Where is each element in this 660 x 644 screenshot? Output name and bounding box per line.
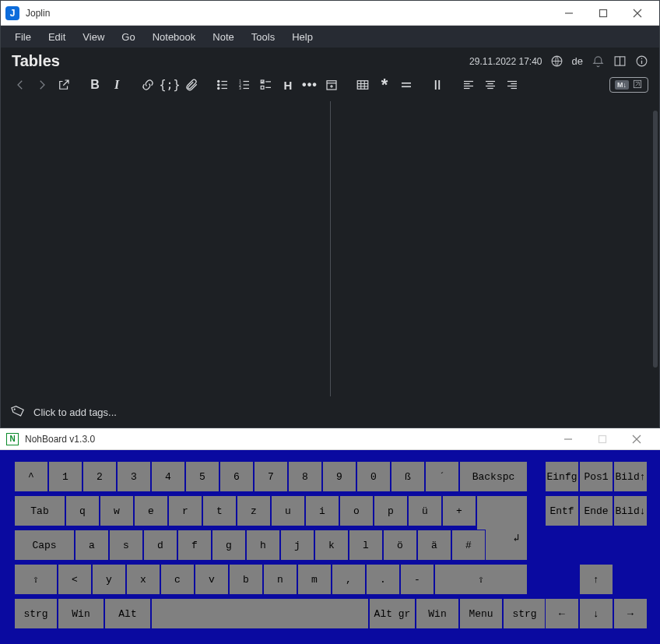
attach-button[interactable]	[183, 76, 200, 93]
language-label[interactable]: de	[572, 55, 583, 67]
nav-forward-button[interactable]	[33, 76, 51, 93]
key-0[interactable]: 0	[356, 461, 391, 492]
key-h[interactable]: h	[246, 530, 280, 561]
key-v[interactable]: v	[195, 564, 229, 595]
key-7[interactable]: 7	[254, 461, 288, 492]
key-strg[interactable]: strg	[14, 598, 58, 629]
align-left-button[interactable]	[460, 76, 477, 93]
info-icon[interactable]	[634, 55, 648, 69]
nb-minimize-button[interactable]	[551, 429, 585, 449]
bold-button[interactable]: B	[86, 76, 104, 93]
key-c[interactable]: c	[160, 564, 195, 595]
key-4[interactable]: 4	[151, 461, 185, 492]
scrollbar[interactable]	[653, 111, 658, 368]
menu-go[interactable]: Go	[114, 28, 142, 46]
key-8[interactable]: 8	[288, 461, 322, 492]
key-9[interactable]: 9	[322, 461, 356, 492]
maximize-button[interactable]	[586, 2, 620, 25]
toggle-editor-button[interactable]: M↓	[609, 77, 648, 93]
key-e[interactable]: e	[134, 495, 168, 526]
key-tab[interactable]: Tab	[14, 495, 65, 526]
key-<[interactable]: <	[58, 564, 92, 595]
column-split-button[interactable]	[429, 76, 446, 93]
pane-divider[interactable]	[330, 101, 331, 396]
key-t[interactable]: t	[202, 495, 237, 526]
preview-pane[interactable]	[332, 101, 649, 396]
key-6[interactable]: 6	[219, 461, 254, 492]
key-s[interactable]: s	[109, 530, 143, 561]
key-arrow-up[interactable]: ↑	[579, 564, 613, 595]
key-k[interactable]: k	[314, 530, 349, 561]
numbered-list-button[interactable]: 123	[236, 76, 253, 93]
align-center-button[interactable]	[482, 76, 499, 93]
key-5[interactable]: 5	[185, 461, 219, 492]
key-lshift[interactable]: ⇧	[14, 564, 58, 595]
key-1[interactable]: 1	[48, 461, 82, 492]
minimize-button[interactable]	[552, 2, 586, 25]
italic-button[interactable]: I	[108, 76, 125, 93]
nav-back-button[interactable]	[12, 76, 29, 93]
key-g[interactable]: g	[212, 530, 246, 561]
nb-maximize-button[interactable]	[585, 429, 620, 449]
key-r[interactable]: r	[168, 495, 202, 526]
key-+[interactable]: +	[442, 495, 476, 526]
key-´[interactable]: ´	[425, 461, 459, 492]
key-ö[interactable]: ö	[383, 530, 417, 561]
key-,[interactable]: ,	[332, 564, 366, 595]
globe-icon[interactable]	[550, 55, 564, 69]
key-Entf[interactable]: Entf	[545, 495, 579, 526]
key-l[interactable]: l	[349, 530, 383, 561]
link-button[interactable]	[139, 76, 156, 93]
code-button[interactable]: {;}	[161, 76, 178, 93]
layout-icon[interactable]	[613, 55, 627, 69]
nb-close-button[interactable]	[620, 429, 654, 449]
alarm-icon[interactable]	[591, 55, 605, 69]
close-button[interactable]	[620, 2, 655, 25]
markdown-editor-pane[interactable]	[12, 101, 328, 396]
key-x[interactable]: x	[126, 564, 160, 595]
heading-button[interactable]: H	[279, 76, 297, 93]
key-Bild↑[interactable]: Bild↑	[613, 461, 648, 492]
key--[interactable]: -	[400, 564, 434, 595]
key-caps[interactable]: Caps	[14, 530, 75, 561]
note-title[interactable]: Tables	[12, 52, 60, 70]
key-arrow-right[interactable]: →	[613, 598, 648, 629]
key-strg[interactable]: strg	[503, 598, 546, 629]
key-m[interactable]: m	[297, 564, 332, 595]
align-right-button[interactable]	[504, 76, 521, 93]
external-link-button[interactable]	[55, 76, 72, 93]
bullet-list-button[interactable]	[214, 76, 231, 93]
key-space[interactable]	[151, 598, 369, 629]
menu-edit[interactable]: Edit	[40, 28, 73, 46]
key-d[interactable]: d	[143, 530, 177, 561]
menu-file[interactable]: File	[7, 28, 39, 46]
asterisk-button[interactable]: *	[376, 76, 393, 93]
horizontal-rule-button[interactable]: •••	[301, 76, 318, 93]
key-arrow-left[interactable]: ←	[545, 598, 579, 629]
key-b[interactable]: b	[229, 564, 263, 595]
key-Win[interactable]: Win	[58, 598, 104, 629]
key-j[interactable]: j	[280, 530, 314, 561]
table-button[interactable]	[354, 76, 371, 93]
key-Pos1[interactable]: Pos1	[579, 461, 613, 492]
key-q[interactable]: q	[65, 495, 100, 526]
key-i[interactable]: i	[305, 495, 339, 526]
key-w[interactable]: w	[100, 495, 134, 526]
key-p[interactable]: p	[374, 495, 408, 526]
key-ü[interactable]: ü	[408, 495, 442, 526]
key-^[interactable]: ^	[14, 461, 48, 492]
menu-view[interactable]: View	[75, 28, 112, 46]
key-o[interactable]: o	[339, 495, 374, 526]
key-Bild↓[interactable]: Bild↓	[613, 495, 648, 526]
key-u[interactable]: u	[271, 495, 305, 526]
nohboard-titlebar[interactable]: N NohBoard v1.3.0	[0, 428, 660, 450]
menu-notebook[interactable]: Notebook	[145, 28, 204, 46]
checkbox-list-button[interactable]	[258, 76, 275, 93]
menu-note[interactable]: Note	[205, 28, 241, 46]
key-y[interactable]: y	[92, 564, 126, 595]
key-Alt gr[interactable]: Alt gr	[369, 598, 416, 629]
key-n[interactable]: n	[263, 564, 297, 595]
key-Menu[interactable]: Menu	[459, 598, 503, 629]
tags-row[interactable]: Click to add tags...	[1, 396, 659, 428]
key-Ende[interactable]: Ende	[579, 495, 613, 526]
